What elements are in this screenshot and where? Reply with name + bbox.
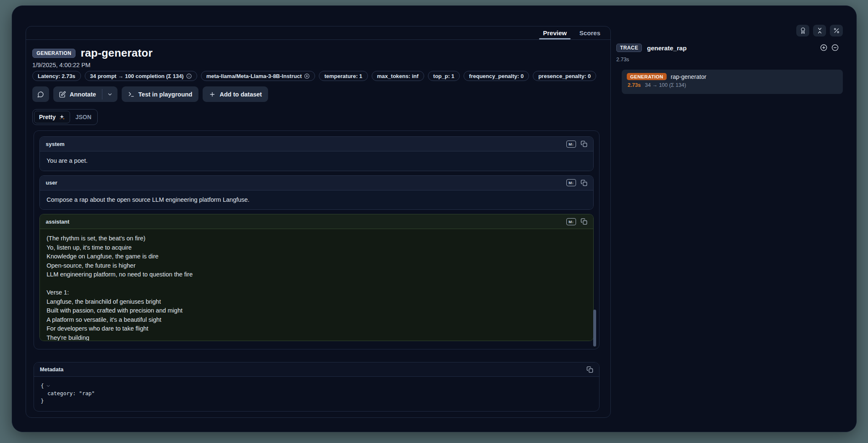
- role-label: assistant: [46, 219, 69, 225]
- timestamp: 1/9/2025, 4:00:22 PM: [32, 62, 91, 68]
- annotate-button[interactable]: Annotate: [53, 86, 102, 102]
- annotate-label: Annotate: [70, 91, 96, 98]
- annotate-split-button: Annotate: [53, 86, 117, 102]
- message-header: assistant M↓: [40, 214, 593, 229]
- collapse-button[interactable]: [813, 25, 826, 36]
- chip-label: 34 prompt → 100 completion (Σ 134): [90, 73, 184, 79]
- page-title: rap-generator: [81, 47, 153, 60]
- observation-panel: Preview Scores GENERATION rap-generator …: [26, 26, 611, 418]
- chip-model[interactable]: meta-llama/Meta-Llama-3-8B-Instruct: [201, 71, 315, 81]
- trace-latency: 2.73s: [616, 57, 629, 63]
- message-assistant: assistant M↓ (The rhythm is set, the bea…: [39, 214, 594, 341]
- chip-label: presence_penalty: 0: [538, 73, 591, 79]
- role-label: system: [46, 141, 65, 147]
- chip-label: Latency: 2.73s: [38, 73, 76, 79]
- edit-icon: [59, 91, 66, 98]
- chip-presence-penalty: presence_penalty: 0: [533, 71, 596, 81]
- chevrons-collapse-icon: [816, 27, 823, 34]
- chip-latency: Latency: 2.73s: [32, 71, 81, 81]
- role-label: user: [46, 180, 57, 186]
- pretty-label: Pretty: [39, 114, 56, 120]
- generation-badge: GENERATION: [627, 73, 667, 80]
- trace-type-badge: TRACE: [616, 44, 642, 52]
- markdown-icon[interactable]: M↓: [566, 141, 576, 148]
- sparkles-icon: [59, 114, 65, 120]
- expand-all-icon[interactable]: [820, 44, 827, 51]
- scrollbar-thumb[interactable]: [593, 310, 596, 347]
- collapse-all-icon[interactable]: [832, 44, 839, 51]
- markdown-icon[interactable]: M↓: [566, 179, 576, 186]
- tab-scores[interactable]: Scores: [579, 26, 600, 39]
- tree-node-tokens: 34 → 100 (Σ 134): [645, 82, 686, 88]
- playground-label: Test in playground: [138, 91, 193, 98]
- json-brace-close: }: [41, 397, 44, 405]
- annotations-button[interactable]: [796, 25, 809, 36]
- award-icon: [800, 27, 806, 34]
- plus-circle-icon[interactable]: [304, 73, 310, 79]
- chip-tokens[interactable]: 34 prompt → 100 completion (Σ 134): [85, 71, 197, 81]
- metadata-header: Metadata: [34, 362, 599, 377]
- message-system: system M↓ You are a poet.: [39, 136, 594, 171]
- messages-container: system M↓ You are a poet. user M↓ Comp: [34, 130, 600, 349]
- playground-button[interactable]: Test in playground: [122, 86, 199, 102]
- chip-label: meta-llama/Meta-Llama-3-8B-Instruct: [206, 73, 302, 79]
- copy-icon[interactable]: [581, 180, 587, 186]
- chip-label: max_tokens: inf: [377, 73, 419, 79]
- message-content: You are a poet.: [40, 151, 593, 171]
- add-to-dataset-button[interactable]: Add to dataset: [203, 86, 268, 102]
- annotate-dropdown-button[interactable]: [102, 86, 117, 102]
- tab-preview[interactable]: Preview: [543, 26, 567, 39]
- add-to-dataset-label: Add to dataset: [219, 91, 262, 98]
- json-label: JSON: [76, 114, 91, 120]
- comment-icon: [37, 91, 44, 98]
- title-row: GENERATION rap-generator: [32, 47, 153, 60]
- app-window: Preview Scores GENERATION rap-generator …: [12, 5, 857, 432]
- toolbar: Annotate Test in playground Add to datas…: [32, 86, 268, 102]
- plus-icon: [209, 91, 216, 98]
- chevron-down-icon: [107, 91, 113, 97]
- parameter-chips: Latency: 2.73s 34 prompt → 100 completio…: [32, 71, 596, 81]
- message-content: (The rhythm is set, the beat's on fire) …: [40, 229, 593, 341]
- window-controls: [796, 25, 843, 36]
- percent-button[interactable]: [830, 25, 843, 36]
- collapse-chevron-icon[interactable]: [46, 383, 51, 388]
- view-toggle: Pretty JSON: [32, 109, 98, 125]
- message-user: user M↓ Compose a rap about the open sou…: [39, 175, 594, 210]
- chip-top-p: top_p: 1: [428, 71, 460, 81]
- tree-node-name: rap-generator: [671, 73, 706, 80]
- metadata-card: Metadata { category: "rap" }: [34, 362, 600, 412]
- tabstrip: Preview Scores: [26, 26, 610, 40]
- tree-node-generation[interactable]: GENERATION rap-generator 2.73s 34 → 100 …: [622, 70, 843, 94]
- metadata-json: { category: "rap" }: [34, 377, 599, 410]
- chip-label: temperature: 1: [324, 73, 362, 79]
- chip-label: top_p: 1: [433, 73, 455, 79]
- json-brace-open: {: [41, 382, 44, 390]
- info-icon[interactable]: [186, 73, 192, 79]
- chip-max-tokens: max_tokens: inf: [372, 71, 424, 81]
- generation-type-badge: GENERATION: [32, 49, 76, 58]
- message-content: Compose a rap about the open source LLM …: [40, 190, 593, 210]
- message-header: user M↓: [40, 176, 593, 190]
- metadata-title: Metadata: [40, 366, 63, 373]
- toggle-json[interactable]: JSON: [71, 111, 96, 123]
- tree-controls: [820, 44, 839, 51]
- percent-icon: [833, 27, 840, 34]
- chip-label: frequency_penalty: 0: [469, 73, 524, 79]
- copy-icon[interactable]: [581, 218, 587, 225]
- markdown-icon[interactable]: M↓: [566, 218, 576, 225]
- message-header: system M↓: [40, 137, 593, 151]
- copy-icon[interactable]: [586, 366, 593, 373]
- trace-header: TRACE generate_rap: [616, 44, 687, 52]
- copy-icon[interactable]: [581, 141, 587, 147]
- json-property: category: "rap": [47, 390, 95, 397]
- terminal-icon: [128, 91, 135, 98]
- toggle-pretty[interactable]: Pretty: [34, 111, 70, 123]
- trace-name[interactable]: generate_rap: [647, 44, 686, 52]
- tree-node-latency: 2.73s: [628, 82, 641, 88]
- chip-frequency-penalty: frequency_penalty: 0: [464, 71, 529, 81]
- comments-button[interactable]: [32, 86, 49, 102]
- chip-temperature: temperature: 1: [319, 71, 368, 81]
